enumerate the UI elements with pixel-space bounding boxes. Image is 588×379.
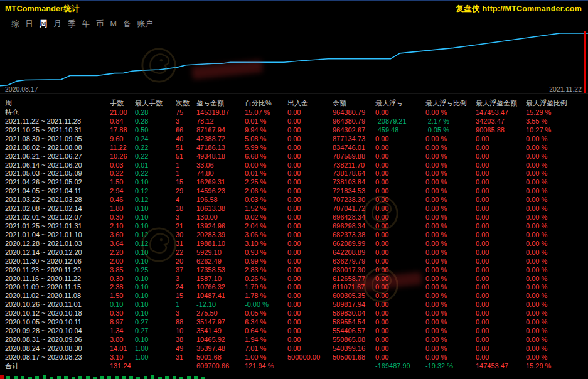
cell-max_dd: 0.00 — [375, 336, 425, 344]
table-row-week[interactable]: 2021.06.21 ~ 2021.06.2710.260.225149348.… — [0, 152, 588, 161]
table-row-week[interactable]: 2021.08.02 ~ 2021.08.0811.220.225147186.… — [0, 144, 588, 152]
cell-pct: 1.79 % — [245, 283, 287, 292]
menu-item-M[interactable]: M — [110, 19, 117, 28]
table-row-week[interactable]: 2020.11.09 ~ 2020.11.152.380.102410766.3… — [0, 283, 588, 292]
cell-count: 51 — [176, 152, 196, 161]
window-title-link[interactable]: 复盘侠 http://MTCommander.com — [456, 4, 582, 14]
table-row-week[interactable]: 2021.06.14 ~ 2021.06.200.030.01133.060.0… — [0, 161, 588, 170]
cell-max_dd: 0.00 — [375, 231, 425, 240]
title-bar: MTCommander统计 复盘侠 http://MTCommander.com — [0, 1, 588, 17]
cell-max_fp: 0.00 — [476, 152, 526, 161]
pl-bar — [165, 376, 169, 379]
menu-item-月[interactable]: 月 — [54, 19, 62, 29]
table-row-open-positions[interactable]: 持仓21.000.2875145319.8715.07 %0.00964380.… — [0, 109, 588, 117]
cell-lots: 0.84 — [110, 117, 135, 126]
table-row-week[interactable]: 2021.05.03 ~ 2021.05.090.220.22174.800.0… — [0, 169, 588, 178]
cell-pl: 6262.49 — [196, 257, 245, 266]
table-row-week[interactable]: 2021.02.01 ~ 2021.02.070.300.103130.000.… — [0, 213, 588, 222]
col-header-max_fp_pct: 最大浮盈比例 — [526, 99, 588, 108]
table-row-week[interactable]: 2020.10.26 ~ 2020.11.010.100.101-12.10-0… — [0, 301, 588, 309]
cell-period: 2020.08.24 ~ 2020.08.30 — [5, 344, 110, 353]
table-row-total[interactable]: 合计131.24609700.66121.94 %-169487.99-19.3… — [0, 362, 588, 371]
cell-period: 2020.11.30 ~ 2020.12.06 — [5, 257, 110, 266]
table-row-week[interactable]: 2020.08.24 ~ 2020.08.3014.011.004935397.… — [0, 344, 588, 353]
table-row-week[interactable]: 2020.11.16 ~ 2020.11.220.300.1031587.100… — [0, 275, 588, 284]
cell-max_fp_pct: 3.55 % — [526, 117, 588, 126]
cell-lots: 0.30 — [110, 275, 135, 284]
cell-max_lots: 0.10 — [135, 275, 176, 284]
table-row-week[interactable]: 2020.11.30 ~ 2020.12.062.000.10206262.49… — [0, 257, 588, 266]
table-row-week[interactable]: 2020.10.12 ~ 2020.10.180.300.103275.500.… — [0, 309, 588, 318]
menu-item-币[interactable]: 币 — [96, 19, 104, 29]
table-row-week[interactable]: 2020.12.14 ~ 2020.12.202.200.10225929.10… — [0, 248, 588, 257]
cell-max_dd_pct: 0.00 % — [425, 222, 476, 231]
cell-pl: 17358.53 — [196, 266, 245, 275]
cell-period: 2021.01.25 ~ 2021.01.31 — [5, 222, 110, 231]
cell-max_fp: 0.00 — [476, 161, 526, 170]
table-row-week[interactable]: 2020.11.23 ~ 2020.11.293.850.253717358.5… — [0, 266, 588, 275]
menu-item-综[interactable]: 综 — [11, 19, 19, 29]
table-row-week[interactable]: 2020.09.28 ~ 2020.10.041.340.27103541.49… — [0, 327, 588, 336]
cell-max_dd_pct: 0.00 % — [425, 109, 476, 117]
menu-item-日[interactable]: 日 — [26, 19, 34, 29]
chart-end-date-label: 2021.11.22 — [549, 85, 582, 93]
table-row-week[interactable]: 2021.02.08 ~ 2021.02.141.800.101810613.3… — [0, 205, 588, 213]
col-header-deposit: 出入金 — [287, 99, 333, 108]
cell-max_dd_pct: 0.00 % — [425, 187, 476, 196]
cell-deposit: 0.00 — [287, 117, 333, 126]
table-row-week[interactable]: 2021.11.22 ~ 2021.11.280.840.28378.120.0… — [0, 117, 588, 126]
table-row-week[interactable]: 2021.08.30 ~ 2021.09.059.600.244042388.7… — [0, 135, 588, 144]
cell-balance: 662089.99 — [333, 240, 375, 248]
cell-balance: 964302.67 — [333, 126, 375, 135]
cell-deposit: 0.00 — [287, 135, 333, 144]
cell-max_dd: 0.00 — [375, 257, 425, 266]
cell-deposit: 0.00 — [287, 126, 333, 135]
cell-period: 2020.08.31 ~ 2020.09.06 — [5, 336, 110, 344]
cell-max_fp: 0.00 — [476, 205, 526, 213]
cell-pct: 2.06 % — [245, 187, 287, 196]
pl-bar — [100, 376, 104, 379]
cell-pl: 130.00 — [196, 213, 245, 222]
pl-bar — [57, 376, 61, 379]
table-row-week[interactable]: 2020.08.17 ~ 2020.08.233.101.00315001.68… — [0, 353, 588, 362]
table-row-week[interactable]: 2020.10.05 ~ 2020.10.118.970.278835147.9… — [0, 318, 588, 327]
col-header-pct: 百分比% — [245, 99, 287, 108]
table-row-week[interactable]: 2021.01.25 ~ 2021.01.312.100.102113924.9… — [0, 222, 588, 231]
menu-item-周[interactable]: 周 — [40, 19, 48, 29]
menu-item-备[interactable]: 备 — [123, 19, 131, 29]
cell-lots: 0.10 — [110, 301, 135, 309]
cell-pct: 0.03 % — [245, 196, 287, 205]
cell-max_dd: 0.00 — [375, 135, 425, 144]
table-row-week[interactable]: 2020.12.28 ~ 2021.01.033.640.123119881.1… — [0, 240, 588, 248]
cell-pct: 0.05 % — [245, 309, 287, 318]
cell-count: 15 — [176, 178, 196, 187]
cell-max_dd_pct: 0.00 % — [425, 144, 476, 152]
cell-max_lots: 0.10 — [135, 222, 176, 231]
table-row-week[interactable]: 2020.11.02 ~ 2020.11.081.500.101510487.4… — [0, 292, 588, 301]
cell-pct: 3.10 % — [245, 240, 287, 248]
cell-max_dd_pct: 0.00 % — [425, 266, 476, 275]
cell-balance: 589830.04 — [333, 309, 375, 318]
menu-item-账户[interactable]: 账户 — [137, 19, 152, 29]
menu-item-年[interactable]: 年 — [82, 19, 90, 29]
cell-pct: -0.00 % — [245, 301, 287, 309]
cell-pl: 16269.31 — [196, 178, 245, 187]
table-row-week[interactable]: 2021.10.25 ~ 2021.10.3117.880.506687167.… — [0, 126, 588, 135]
cell-lots: 1.80 — [110, 205, 135, 213]
table-row-week[interactable]: 2020.08.31 ~ 2020.09.063.800.103810465.9… — [0, 336, 588, 344]
cell-deposit: 0.00 — [287, 327, 333, 336]
cell-count: 38 — [176, 336, 196, 344]
cell-max_lots: 0.01 — [135, 161, 176, 170]
table-row-week[interactable]: 2021.04.26 ~ 2021.05.021.500.101516269.3… — [0, 178, 588, 187]
menu-item-季[interactable]: 季 — [68, 19, 76, 29]
cell-max_fp: 0.00 — [476, 318, 526, 327]
cell-balance: 589817.94 — [333, 301, 375, 309]
cell-max_lots: 0.10 — [135, 205, 176, 213]
cell-max_fp_pct: 0.00 % — [526, 187, 588, 196]
cell-max_dd: 0.00 — [375, 205, 425, 213]
table-row-week[interactable]: 2021.04.05 ~ 2021.04.112.940.122914596.2… — [0, 187, 588, 196]
cell-count: 30 — [176, 231, 196, 240]
cell-pct: 0.02 % — [245, 213, 287, 222]
table-row-week[interactable]: 2021.01.04 ~ 2021.01.103.600.123020283.3… — [0, 231, 588, 240]
table-row-week[interactable]: 2021.03.22 ~ 2021.03.280.460.124196.580.… — [0, 196, 588, 205]
